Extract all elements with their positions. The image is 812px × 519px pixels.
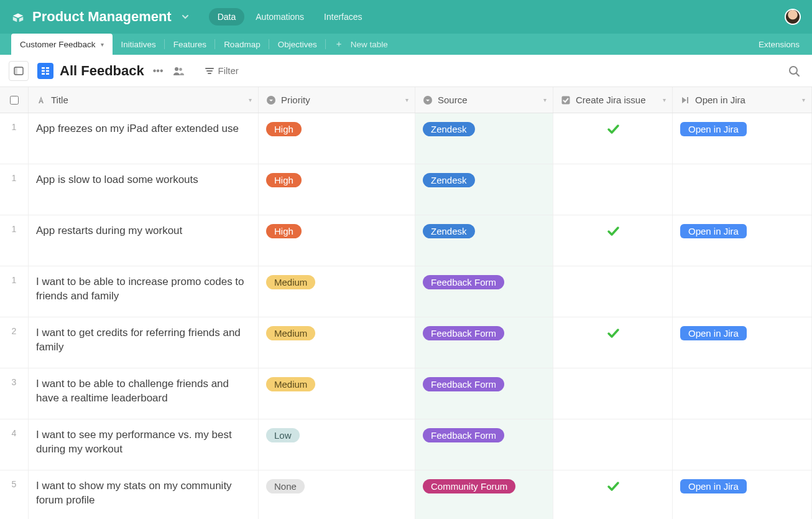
cell-priority[interactable]: High (259, 164, 415, 215)
chevron-down-icon[interactable]: ▾ (101, 41, 104, 48)
cell-create-jira[interactable] (553, 368, 673, 419)
extensions-button[interactable]: Extensions (746, 34, 812, 55)
open-in-jira-button[interactable]: Open in Jira (680, 326, 747, 340)
cell-priority[interactable]: Medium (259, 266, 415, 317)
base-logo-icon (11, 10, 25, 24)
base-title[interactable]: Product Management (32, 9, 172, 25)
svg-line-14 (796, 73, 799, 76)
cell-open-jira (673, 368, 812, 419)
chevron-down-icon[interactable]: ▾ (802, 96, 805, 103)
table-row[interactable]: 1App is slow to load some workoutsHighZe… (0, 164, 812, 215)
open-in-jira-button[interactable]: Open in Jira (680, 224, 747, 238)
cell-create-jira[interactable] (553, 164, 673, 215)
cell-source[interactable]: Feedback Form (415, 419, 553, 470)
view-label[interactable]: All Feedback (37, 63, 144, 79)
column-header-priority[interactable]: Priority ▾ (259, 87, 415, 113)
plus-icon: ＋ (334, 39, 343, 50)
new-table-button[interactable]: ＋ New table (326, 34, 397, 55)
avatar[interactable] (785, 9, 801, 25)
table-tab-label: Customer Feedback (20, 40, 96, 49)
source-tag: Zendesk (423, 224, 475, 238)
cell-priority[interactable]: High (259, 215, 415, 266)
cell-source[interactable]: Feedback Form (415, 317, 553, 368)
table-row[interactable]: 4I want to see my performance vs. my bes… (0, 419, 812, 470)
row-number: 1 (0, 266, 29, 317)
chevron-down-icon[interactable]: ▾ (663, 96, 666, 103)
cell-source[interactable]: Feedback Form (415, 368, 553, 419)
svg-rect-7 (46, 73, 49, 75)
table-row[interactable]: 2I want to get credits for referring fri… (0, 317, 812, 368)
cell-source[interactable]: Community Forum (415, 470, 553, 519)
brand-nav-data[interactable]: Data (209, 8, 245, 26)
chevron-down-icon[interactable]: ▾ (543, 96, 547, 103)
svg-rect-18 (687, 97, 688, 103)
svg-point-8 (175, 67, 178, 71)
cell-create-jira[interactable] (553, 266, 673, 317)
brand-nav-interfaces[interactable]: Interfaces (315, 8, 371, 26)
cell-create-jira[interactable] (553, 470, 673, 519)
brand-nav-automations[interactable]: Automations (247, 8, 313, 26)
cell-source[interactable]: Zendesk (415, 215, 553, 266)
cell-create-jira[interactable] (553, 113, 673, 164)
cell-create-jira[interactable] (553, 317, 673, 368)
cell-title[interactable]: I want to see my performance vs. my best… (29, 419, 259, 470)
single-select-icon (266, 95, 276, 105)
cell-title[interactable]: I want to show my stats on my community … (29, 470, 259, 519)
cell-source[interactable]: Feedback Form (415, 266, 553, 317)
cell-priority[interactable]: None (259, 470, 415, 519)
cell-title[interactable]: App freezes on my iPad after extended us… (29, 113, 259, 164)
column-header-open-jira[interactable]: Open in Jira ▾ (673, 87, 812, 113)
select-all-checkbox[interactable] (0, 87, 29, 113)
filter-label: Filter (218, 65, 239, 76)
table-row[interactable]: 1I want to be able to increase promo cod… (0, 266, 812, 317)
select-all-input[interactable] (10, 96, 19, 105)
checkbox-field-icon (561, 95, 571, 105)
cell-title[interactable]: App restarts during my workout (29, 215, 259, 266)
column-create-jira-label: Create Jira issue (576, 95, 646, 105)
table-row[interactable]: 1App freezes on my iPad after extended u… (0, 113, 812, 164)
view-name: All Feedback (60, 63, 144, 79)
cell-source[interactable]: Zendesk (415, 113, 553, 164)
collaborators-button[interactable] (172, 65, 185, 77)
cell-title[interactable]: I want to get credits for referring frie… (29, 317, 259, 368)
table-row[interactable]: 1App restarts during my workoutHighZende… (0, 215, 812, 266)
chevron-down-icon[interactable]: ▾ (405, 96, 408, 103)
cell-priority[interactable]: Low (259, 419, 415, 470)
cell-title[interactable]: App is slow to load some workouts (29, 164, 259, 215)
brand-nav: DataAutomationsInterfaces (209, 8, 371, 26)
cell-create-jira[interactable] (553, 215, 673, 266)
cell-title[interactable]: I want to be able to challenge friends a… (29, 368, 259, 419)
chevron-down-icon[interactable]: ▾ (249, 96, 252, 103)
cell-title[interactable]: I want to be able to increase promo code… (29, 266, 259, 317)
search-button[interactable] (785, 62, 803, 80)
table-tab-customer-feedback[interactable]: Customer Feedback▾ (11, 34, 113, 55)
column-header-create-jira[interactable]: Create Jira issue ▾ (553, 87, 673, 113)
open-in-jira-button[interactable]: Open in Jira (680, 479, 747, 493)
column-header-title[interactable]: Title ▾ (29, 87, 259, 113)
cell-priority[interactable]: Medium (259, 368, 415, 419)
cell-priority[interactable]: High (259, 113, 415, 164)
table-tabs-bar: Customer Feedback▾InitiativesFeaturesRoa… (0, 34, 812, 55)
table-tab-features[interactable]: Features (165, 34, 215, 55)
cell-create-jira[interactable] (553, 419, 673, 470)
cell-open-jira (673, 419, 812, 470)
open-in-jira-button[interactable]: Open in Jira (680, 122, 747, 136)
filter-button[interactable]: Filter (205, 65, 239, 76)
table-tab-label: Objectives (278, 40, 317, 49)
sidebar-toggle-button[interactable] (9, 61, 29, 81)
table-row[interactable]: 3I want to be able to challenge friends … (0, 368, 812, 419)
table-tab-objectives[interactable]: Objectives (269, 34, 326, 55)
priority-tag: Medium (266, 275, 315, 289)
column-open-jira-label: Open in Jira (695, 95, 745, 105)
cell-open-jira (673, 164, 812, 215)
more-options-button[interactable]: ••• (153, 65, 164, 77)
chevron-down-icon[interactable] (182, 13, 189, 21)
table-tab-initiatives[interactable]: Initiatives (113, 34, 165, 55)
svg-rect-5 (46, 70, 49, 72)
table-row[interactable]: 5I want to show my stats on my community… (0, 470, 812, 519)
cell-source[interactable]: Zendesk (415, 164, 553, 215)
priority-tag: Low (266, 428, 300, 442)
cell-priority[interactable]: Medium (259, 317, 415, 368)
table-tab-roadmap[interactable]: Roadmap (215, 34, 269, 55)
column-header-source[interactable]: Source ▾ (415, 87, 553, 113)
